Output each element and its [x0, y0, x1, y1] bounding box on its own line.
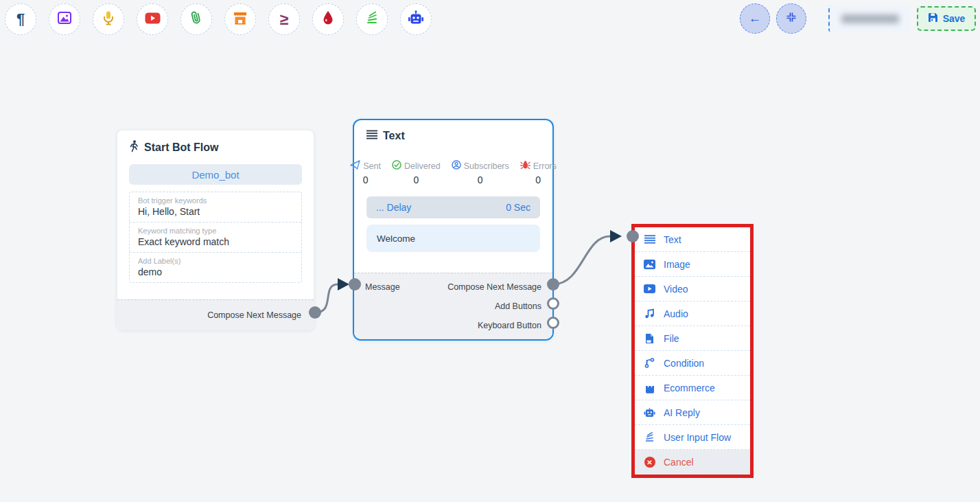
- x-circle-icon: ✕: [644, 457, 655, 468]
- music-note-icon: [644, 308, 655, 319]
- flow-canvas[interactable]: ¶ ≥: [0, 0, 980, 502]
- save-button-label: Save: [943, 13, 966, 24]
- keyboard-button-label: Keyboard Button: [478, 321, 541, 330]
- menu-item-cancel[interactable]: ✕ Cancel: [635, 450, 750, 475]
- save-button[interactable]: Save: [917, 6, 976, 31]
- branch-icon: [644, 357, 655, 369]
- port-text-compose-output[interactable]: [547, 278, 559, 290]
- youtube-icon: [145, 12, 161, 27]
- toolbar-ecommerce-node-button[interactable]: [224, 3, 256, 35]
- toolbar-ai-reply-node-button[interactable]: [400, 3, 432, 35]
- message-text-box[interactable]: Welcome: [366, 225, 540, 252]
- stat-sent: Sent 0: [350, 160, 381, 185]
- toolbar-user-input-flow-button[interactable]: [356, 3, 388, 35]
- bug-icon: [520, 160, 530, 172]
- pilcrow-icon: ¶: [16, 12, 25, 27]
- toolbar-audio-node-button[interactable]: [93, 3, 124, 35]
- text-lines-icon: [644, 233, 655, 245]
- stat-errors: Errors 0: [520, 160, 557, 185]
- port-text-message-input[interactable]: [349, 278, 361, 290]
- stat-subscribers: Subscribers 0: [452, 160, 509, 185]
- menu-item-file[interactable]: File: [635, 326, 750, 351]
- field-keyword-matching-type[interactable]: Keyword matching type Exact keyword matc…: [130, 223, 301, 253]
- menu-item-video[interactable]: Video: [635, 277, 750, 301]
- image-icon: [644, 258, 655, 270]
- store-icon: [233, 11, 248, 28]
- message-text: Welcome: [377, 233, 415, 244]
- toolbar-condition-node-button[interactable]: ≥: [268, 3, 300, 35]
- delay-value: 0 Sec: [506, 202, 530, 213]
- flow-name-field[interactable]: [828, 5, 910, 32]
- menu-item-ai-reply[interactable]: AI Reply: [635, 400, 750, 425]
- start-node-output-label: Compose Next Message: [207, 310, 301, 320]
- toolbar-file-node-button[interactable]: [180, 3, 212, 35]
- menu-item-text[interactable]: Text: [635, 227, 750, 252]
- stack-lines-icon: [365, 11, 379, 27]
- video-icon: [644, 283, 655, 295]
- start-node-footer: Compose Next Message: [117, 299, 314, 330]
- add-buttons-label: Add Buttons: [495, 301, 541, 311]
- shopping-bag-icon: [644, 382, 655, 393]
- hamburger-lines-icon: [366, 130, 377, 142]
- microphone-icon: [102, 10, 115, 28]
- stat-delivered: Delivered 0: [392, 160, 441, 185]
- menu-item-condition[interactable]: Condition: [635, 351, 750, 376]
- greater-equal-icon: ≥: [280, 12, 289, 27]
- person-circle-icon: [452, 160, 461, 172]
- start-bot-flow-node[interactable]: Start Bot Flow Demo_bot Bot trigger keyw…: [117, 130, 314, 330]
- menu-item-audio[interactable]: Audio: [635, 301, 750, 326]
- port-add-buttons-output[interactable]: [547, 297, 559, 310]
- start-node-title-row: Start Bot Flow: [129, 140, 302, 155]
- delay-label: ... Delay: [376, 202, 411, 213]
- back-button[interactable]: ←: [740, 3, 770, 34]
- robot-icon: [408, 10, 424, 28]
- text-node-footer: Message Compose Next Message Add Buttons…: [354, 273, 552, 339]
- menu-item-image[interactable]: Image: [635, 252, 750, 277]
- text-node-stats: Sent 0 Delivered 0 Subscribers: [366, 160, 540, 185]
- toolbar-video-node-button[interactable]: [137, 3, 168, 35]
- paperclip-icon: [188, 9, 205, 30]
- start-node-title: Start Bot Flow: [144, 141, 218, 154]
- stack-lines-icon: [644, 431, 655, 443]
- add-node-context-menu: Text Image Video Audio File Condition Ec…: [631, 224, 754, 478]
- image-icon: [57, 10, 72, 28]
- menu-item-ecommerce[interactable]: Ecommerce: [635, 376, 750, 400]
- start-node-fields[interactable]: Bot trigger keywords Hi, Hello, Start Ke…: [129, 192, 302, 283]
- floppy-icon: [928, 12, 938, 25]
- check-circle-icon: [392, 160, 401, 172]
- send-icon: [350, 160, 360, 172]
- text-node[interactable]: Text Sent 0 Delivered 0: [353, 119, 554, 341]
- compose-next-message-label: Compose Next Message: [447, 282, 541, 292]
- redacted-flow-name: [841, 14, 899, 23]
- drop-icon: [322, 10, 334, 28]
- bot-name-pill[interactable]: Demo_bot: [129, 164, 302, 185]
- compress-button[interactable]: [776, 3, 806, 34]
- walking-person-icon: [129, 140, 139, 155]
- text-node-title-row[interactable]: Text: [366, 130, 540, 142]
- arrow-left-icon: ←: [749, 11, 762, 26]
- toolbar-image-node-button[interactable]: [49, 3, 80, 35]
- text-node-title: Text: [383, 130, 405, 142]
- file-icon: [644, 332, 655, 344]
- toolbar-text-node-button[interactable]: ¶: [5, 3, 36, 35]
- menu-item-user-input-flow[interactable]: User Input Flow: [635, 425, 750, 450]
- robot-icon: [644, 407, 655, 418]
- field-trigger-keywords[interactable]: Bot trigger keywords Hi, Hello, Start: [130, 192, 301, 223]
- compress-icon: [786, 11, 797, 26]
- delay-setting[interactable]: ... Delay 0 Sec: [366, 196, 540, 218]
- port-start-compose-output[interactable]: [309, 306, 321, 319]
- field-add-labels[interactable]: Add Label(s) demo: [130, 253, 301, 282]
- port-keyboard-button-output[interactable]: [547, 317, 559, 329]
- toolbar-drip-node-button[interactable]: [312, 3, 344, 35]
- port-menu-attach[interactable]: [627, 230, 639, 242]
- message-input-label: Message: [365, 282, 400, 292]
